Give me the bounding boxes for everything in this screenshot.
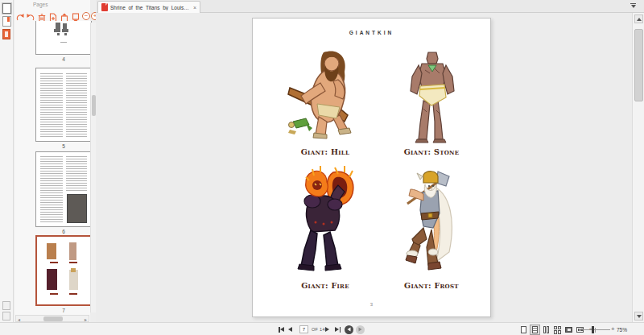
pages-panel: Pages × − + (14, 0, 90, 322)
page-heading: GIANTKIN (253, 30, 490, 35)
thumbnail-page-number: 6 (35, 229, 92, 234)
zoom-slider-thumb[interactable] (592, 326, 594, 333)
main-scrollbar[interactable] (632, 13, 644, 322)
next-view-button[interactable] (356, 325, 365, 334)
scrollbar-thumb[interactable] (634, 29, 643, 101)
single-page-view-icon[interactable] (518, 325, 529, 335)
scrollbar-thumb[interactable] (43, 316, 63, 321)
scroll-up-icon[interactable] (634, 14, 643, 23)
current-page-input[interactable]: 7 (299, 325, 308, 333)
document-tab[interactable]: Shrine_of_the_Titans_by_Louis_Kah... × (97, 1, 200, 13)
figure-label: Giant: Stone (382, 147, 481, 156)
page-count-label: OF 14 (312, 327, 325, 332)
scroll-down-icon[interactable] (634, 312, 643, 321)
figure-label: Giant: Hill (275, 147, 375, 156)
figure-label: Giant: Frost (382, 281, 481, 290)
document-page[interactable]: GIANTKIN (252, 18, 491, 317)
zoom-slider[interactable] (581, 329, 610, 330)
scroll-right-icon[interactable]: ▸ (85, 317, 87, 322)
first-page-button[interactable] (279, 325, 284, 333)
giant-frost-illustration (396, 168, 469, 277)
page-up-icon[interactable] (60, 11, 69, 21)
page-thumbnail-4[interactable] (35, 21, 92, 55)
chevron-down-icon (631, 5, 636, 8)
pdf-viewer-window: Pages × − + (0, 0, 644, 335)
new-page-icon[interactable] (48, 11, 58, 21)
zoom-slider-tick (595, 328, 596, 333)
page-down-icon[interactable] (71, 11, 80, 21)
rotate-right-icon[interactable] (26, 11, 35, 21)
giant-stone-illustration (399, 49, 464, 146)
giant-hill-illustration (285, 48, 365, 144)
previous-page-button[interactable] (288, 325, 292, 333)
scroll-left-icon[interactable]: ◂ (18, 317, 20, 322)
document-page-number: 3 (253, 302, 490, 307)
giant-fire-illustration (285, 166, 361, 275)
previous-view-button[interactable] (345, 325, 353, 334)
zoom-in-button[interactable]: + (611, 325, 615, 333)
figure-label: Giant: Fire (275, 281, 375, 290)
thumbnail-page-number: 7 (35, 308, 92, 313)
bookmarks-panel-icon[interactable] (2, 16, 11, 27)
thumbnail-page-number: 5 (35, 143, 92, 149)
continuous-facing-view-icon[interactable] (552, 325, 563, 335)
thumbnail-page-number: 4 (35, 56, 92, 62)
pdf-file-icon (101, 3, 108, 11)
facing-view-icon[interactable] (541, 325, 551, 335)
tab-bar: Shrine_of_the_Titans_by_Louis_Kah... × (96, 0, 644, 13)
full-screen-view-icon[interactable] (564, 325, 574, 335)
pages-panel-h-scrollbar[interactable]: ◂ ▸ (15, 315, 89, 322)
next-page-button[interactable] (325, 325, 329, 333)
layers-panel-icon[interactable] (2, 312, 10, 321)
panel-nav-strip (0, 0, 14, 322)
rotate-left-icon[interactable] (15, 11, 25, 21)
last-page-button[interactable] (335, 325, 341, 333)
standards-panel-icon[interactable] (2, 29, 10, 39)
page-thumbnail-5[interactable] (35, 68, 92, 142)
delete-page-icon[interactable] (37, 11, 47, 21)
document-canvas[interactable]: GIANTKIN (96, 13, 632, 322)
pages-panel-icon[interactable] (2, 3, 11, 14)
page-thumbnail-7-selected[interactable] (35, 235, 92, 306)
tab-close-icon[interactable]: × (193, 5, 196, 10)
toolbar-collapse-button[interactable] (629, 2, 638, 10)
pages-panel-scrollbar[interactable] (90, 23, 96, 312)
status-toolbar: 7 OF 14 − + 75% (0, 322, 644, 335)
attachments-panel-icon[interactable] (2, 301, 10, 310)
thumbnail-zoom-out-icon[interactable]: − (82, 12, 90, 20)
page-thumbnail-6[interactable] (35, 151, 92, 227)
continuous-view-icon[interactable] (530, 325, 540, 335)
pages-panel-title: Pages (33, 2, 47, 7)
zoom-level-label[interactable]: 75% (617, 327, 627, 333)
tab-title: Shrine_of_the_Titans_by_Louis_Kah... (110, 5, 191, 10)
